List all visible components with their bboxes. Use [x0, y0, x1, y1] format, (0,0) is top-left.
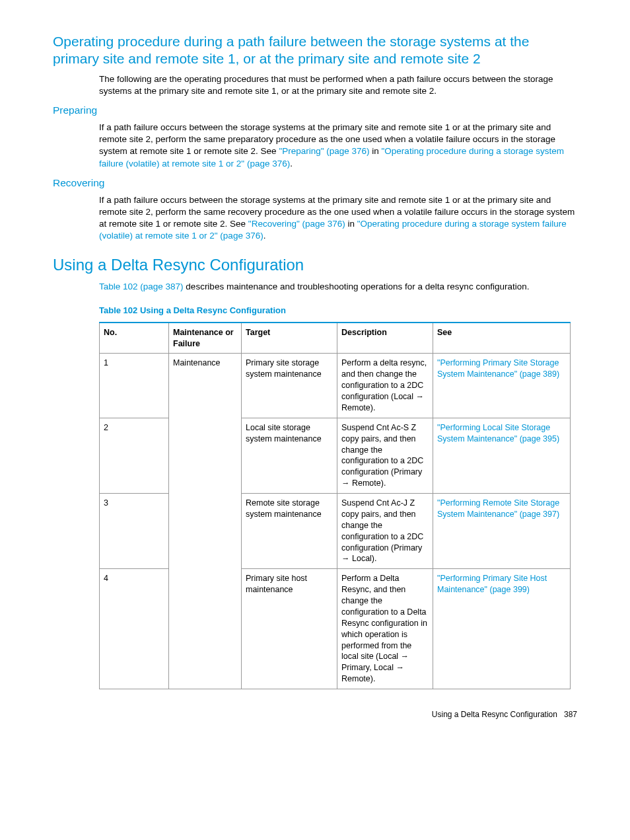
subheading-preparing: Preparing: [53, 104, 577, 118]
cell-target: Primary site storage system maintenance: [242, 354, 337, 418]
col-desc: Description: [337, 323, 433, 354]
cell-target: Remote site storage system maintenance: [242, 494, 337, 569]
cell-desc: Perform a delta resync, and then change …: [337, 354, 433, 418]
col-target: Target: [242, 323, 337, 354]
recovering-mid: in: [345, 219, 357, 229]
delta-resync-intro: Table 102 (page 387) describes maintenan…: [99, 281, 577, 293]
recovering-link-1[interactable]: "Recovering" (page 376): [248, 219, 345, 229]
cell-mf: Maintenance: [169, 354, 242, 418]
cell-mf-empty: [169, 569, 242, 689]
cell-no: 1: [100, 354, 169, 418]
preparing-paragraph: If a path failure occurs between the sto…: [99, 122, 577, 170]
col-see: See: [433, 323, 571, 354]
intro-paragraph: The following are the operating procedur…: [99, 73, 577, 97]
see-link[interactable]: "Performing Primary Site Storage System …: [437, 358, 559, 379]
table-header-row: No. Maintenance or Failure Target Descri…: [100, 323, 571, 354]
cell-see: "Performing Primary Site Storage System …: [433, 354, 571, 418]
preparing-mid: in: [370, 146, 382, 156]
recovering-after: .: [263, 231, 266, 241]
footer-title: Using a Delta Resync Configuration: [432, 710, 557, 719]
section-heading-delta-resync: Using a Delta Resync Configuration: [53, 254, 577, 276]
see-link[interactable]: "Performing Primary Site Host Maintenanc…: [437, 574, 547, 594]
table-row: 1 Maintenance Primary site storage syste…: [100, 354, 571, 418]
delta-resync-rest: describes maintenance and troubleshootin…: [184, 282, 530, 291]
table-row: 4 Primary site host maintenance Perform …: [100, 569, 571, 689]
col-no: No.: [100, 323, 169, 354]
delta-resync-table: No. Maintenance or Failure Target Descri…: [99, 322, 571, 689]
cell-target: Primary site host maintenance: [242, 569, 337, 689]
cell-see: "Performing Primary Site Host Maintenanc…: [433, 569, 571, 689]
cell-see: "Performing Local Site Storage System Ma…: [433, 418, 571, 493]
cell-no: 2: [100, 418, 169, 493]
subheading-recovering: Recovering: [53, 176, 577, 190]
footer-page-number: 387: [564, 710, 577, 719]
recovering-paragraph: If a path failure occurs between the sto…: [99, 194, 577, 243]
table-ref-link[interactable]: Table 102 (page 387): [99, 282, 184, 291]
cell-no: 4: [100, 569, 169, 689]
section-heading-path-failure: Operating procedure during a path failur…: [53, 33, 577, 68]
see-link[interactable]: "Performing Local Site Storage System Ma…: [437, 423, 559, 443]
cell-mf-empty: [169, 418, 242, 493]
table-row: 2 Local site storage system maintenance …: [100, 418, 571, 493]
cell-mf-empty: [169, 494, 242, 569]
preparing-link-1[interactable]: "Preparing" (page 376): [279, 146, 369, 156]
cell-see: "Performing Remote Site Storage System M…: [433, 494, 571, 569]
preparing-after: .: [290, 159, 293, 169]
cell-desc: Perform a Delta Resync, and then change …: [337, 569, 433, 689]
table-row: 3 Remote site storage system maintenance…: [100, 494, 571, 569]
cell-desc: Suspend Cnt Ac-S Z copy pairs, and then …: [337, 418, 433, 493]
col-mf: Maintenance or Failure: [169, 323, 242, 354]
cell-desc: Suspend Cnt Ac-J Z copy pairs, and then …: [337, 494, 433, 569]
page-footer: Using a Delta Resync Configuration 387: [53, 709, 577, 720]
cell-target: Local site storage system maintenance: [242, 418, 337, 493]
see-link[interactable]: "Performing Remote Site Storage System M…: [437, 498, 559, 519]
table-caption: Table 102 Using a Delta Resync Configura…: [99, 305, 577, 317]
cell-no: 3: [100, 494, 169, 569]
